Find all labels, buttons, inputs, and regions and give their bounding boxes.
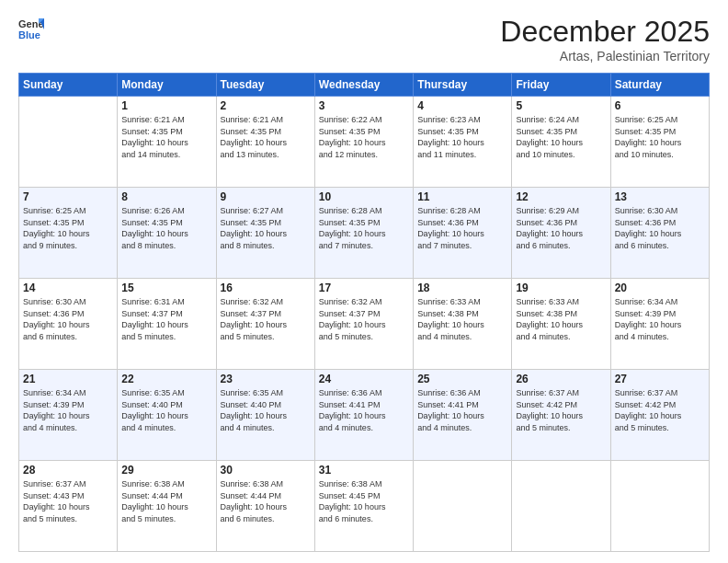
table-cell: 4Sunrise: 6:23 AM Sunset: 4:35 PM Daylig…: [414, 97, 512, 188]
day-number: 9: [221, 190, 311, 203]
day-number: 22: [121, 373, 211, 385]
day-number: 13: [615, 190, 705, 203]
day-info: Sunrise: 6:24 AM Sunset: 4:35 PM Dayligh…: [516, 114, 606, 160]
week-row-2: 7Sunrise: 6:25 AM Sunset: 4:35 PM Daylig…: [19, 188, 710, 279]
subtitle: Artas, Palestinian Territory: [500, 49, 710, 63]
day-number: 12: [516, 190, 606, 203]
table-cell: 24Sunrise: 6:36 AM Sunset: 4:41 PM Dayli…: [314, 370, 413, 461]
day-info: Sunrise: 6:37 AM Sunset: 4:42 PM Dayligh…: [516, 387, 606, 433]
day-info: Sunrise: 6:28 AM Sunset: 4:35 PM Dayligh…: [319, 205, 409, 251]
day-info: Sunrise: 6:29 AM Sunset: 4:36 PM Dayligh…: [516, 205, 606, 251]
day-info: Sunrise: 6:32 AM Sunset: 4:37 PM Dayligh…: [221, 296, 311, 342]
day-number: 10: [319, 190, 409, 203]
week-row-3: 14Sunrise: 6:30 AM Sunset: 4:36 PM Dayli…: [19, 279, 710, 370]
day-number: 20: [615, 282, 705, 294]
day-number: 23: [221, 373, 311, 385]
logo: General Blue: [18, 15, 48, 40]
table-cell: 28Sunrise: 6:37 AM Sunset: 4:43 PM Dayli…: [19, 461, 118, 552]
day-info: Sunrise: 6:38 AM Sunset: 4:44 PM Dayligh…: [221, 478, 311, 524]
table-cell: 14Sunrise: 6:30 AM Sunset: 4:36 PM Dayli…: [19, 279, 118, 370]
day-number: 18: [417, 282, 507, 294]
svg-text:Blue: Blue: [18, 29, 40, 40]
table-cell: 20Sunrise: 6:34 AM Sunset: 4:39 PM Dayli…: [610, 279, 709, 370]
table-cell: [610, 461, 709, 552]
logo-icon: General Blue: [18, 15, 44, 40]
day-info: Sunrise: 6:26 AM Sunset: 4:35 PM Dayligh…: [121, 205, 211, 251]
day-number: 21: [23, 373, 113, 385]
day-number: 4: [417, 99, 507, 112]
table-cell: 31Sunrise: 6:38 AM Sunset: 4:45 PM Dayli…: [314, 461, 413, 552]
header-wednesday: Wednesday: [314, 74, 413, 97]
table-cell: [512, 461, 610, 552]
day-info: Sunrise: 6:27 AM Sunset: 4:35 PM Dayligh…: [221, 205, 311, 251]
day-info: Sunrise: 6:36 AM Sunset: 4:41 PM Dayligh…: [319, 387, 409, 433]
day-info: Sunrise: 6:28 AM Sunset: 4:36 PM Dayligh…: [417, 205, 507, 251]
calendar-table: Sunday Monday Tuesday Wednesday Thursday…: [18, 73, 710, 552]
day-number: 8: [121, 190, 211, 203]
header: General Blue December 2025 Artas, Palest…: [18, 15, 710, 63]
table-cell: 10Sunrise: 6:28 AM Sunset: 4:35 PM Dayli…: [314, 188, 413, 279]
day-number: 15: [121, 282, 211, 294]
day-info: Sunrise: 6:33 AM Sunset: 4:38 PM Dayligh…: [516, 296, 606, 342]
table-cell: 27Sunrise: 6:37 AM Sunset: 4:42 PM Dayli…: [610, 370, 709, 461]
day-info: Sunrise: 6:34 AM Sunset: 4:39 PM Dayligh…: [615, 296, 705, 342]
day-number: 25: [417, 373, 507, 385]
day-number: 29: [121, 464, 211, 477]
header-friday: Friday: [512, 74, 610, 97]
table-cell: 1Sunrise: 6:21 AM Sunset: 4:35 PM Daylig…: [118, 97, 216, 188]
day-number: 5: [516, 99, 606, 112]
header-tuesday: Tuesday: [216, 74, 314, 97]
table-cell: 5Sunrise: 6:24 AM Sunset: 4:35 PM Daylig…: [512, 97, 610, 188]
day-number: 31: [319, 464, 409, 477]
day-number: 28: [23, 464, 113, 477]
day-info: Sunrise: 6:35 AM Sunset: 4:40 PM Dayligh…: [221, 387, 311, 433]
day-info: Sunrise: 6:37 AM Sunset: 4:42 PM Dayligh…: [615, 387, 705, 433]
day-info: Sunrise: 6:30 AM Sunset: 4:36 PM Dayligh…: [615, 205, 705, 251]
day-number: 7: [23, 190, 113, 203]
table-cell: 22Sunrise: 6:35 AM Sunset: 4:40 PM Dayli…: [118, 370, 216, 461]
day-number: 3: [319, 99, 409, 112]
table-cell: 11Sunrise: 6:28 AM Sunset: 4:36 PM Dayli…: [414, 188, 512, 279]
day-info: Sunrise: 6:34 AM Sunset: 4:39 PM Dayligh…: [23, 387, 113, 433]
header-sunday: Sunday: [19, 74, 118, 97]
table-cell: 25Sunrise: 6:36 AM Sunset: 4:41 PM Dayli…: [414, 370, 512, 461]
header-thursday: Thursday: [414, 74, 512, 97]
table-cell: 29Sunrise: 6:38 AM Sunset: 4:44 PM Dayli…: [118, 461, 216, 552]
day-info: Sunrise: 6:32 AM Sunset: 4:37 PM Dayligh…: [319, 296, 409, 342]
day-number: 19: [516, 282, 606, 294]
table-cell: 19Sunrise: 6:33 AM Sunset: 4:38 PM Dayli…: [512, 279, 610, 370]
table-cell: 3Sunrise: 6:22 AM Sunset: 4:35 PM Daylig…: [314, 97, 413, 188]
day-info: Sunrise: 6:31 AM Sunset: 4:37 PM Dayligh…: [121, 296, 211, 342]
day-info: Sunrise: 6:37 AM Sunset: 4:43 PM Dayligh…: [23, 478, 113, 524]
table-cell: 12Sunrise: 6:29 AM Sunset: 4:36 PM Dayli…: [512, 188, 610, 279]
table-cell: 7Sunrise: 6:25 AM Sunset: 4:35 PM Daylig…: [19, 188, 118, 279]
week-row-1: 1Sunrise: 6:21 AM Sunset: 4:35 PM Daylig…: [19, 97, 710, 188]
day-info: Sunrise: 6:36 AM Sunset: 4:41 PM Dayligh…: [417, 387, 507, 433]
header-row: Sunday Monday Tuesday Wednesday Thursday…: [19, 74, 710, 97]
table-cell: [19, 97, 118, 188]
table-cell: 15Sunrise: 6:31 AM Sunset: 4:37 PM Dayli…: [118, 279, 216, 370]
day-info: Sunrise: 6:35 AM Sunset: 4:40 PM Dayligh…: [121, 387, 211, 433]
header-saturday: Saturday: [610, 74, 709, 97]
week-row-5: 28Sunrise: 6:37 AM Sunset: 4:43 PM Dayli…: [19, 461, 710, 552]
day-info: Sunrise: 6:21 AM Sunset: 4:35 PM Dayligh…: [121, 114, 211, 160]
table-cell: 18Sunrise: 6:33 AM Sunset: 4:38 PM Dayli…: [414, 279, 512, 370]
day-info: Sunrise: 6:21 AM Sunset: 4:35 PM Dayligh…: [221, 114, 311, 160]
table-cell: 17Sunrise: 6:32 AM Sunset: 4:37 PM Dayli…: [314, 279, 413, 370]
day-number: 14: [23, 282, 113, 294]
table-cell: 16Sunrise: 6:32 AM Sunset: 4:37 PM Dayli…: [216, 279, 314, 370]
table-cell: 26Sunrise: 6:37 AM Sunset: 4:42 PM Dayli…: [512, 370, 610, 461]
day-number: 16: [221, 282, 311, 294]
day-info: Sunrise: 6:30 AM Sunset: 4:36 PM Dayligh…: [23, 296, 113, 342]
table-cell: [414, 461, 512, 552]
day-number: 17: [319, 282, 409, 294]
table-cell: 21Sunrise: 6:34 AM Sunset: 4:39 PM Dayli…: [19, 370, 118, 461]
day-number: 11: [417, 190, 507, 203]
day-info: Sunrise: 6:22 AM Sunset: 4:35 PM Dayligh…: [319, 114, 409, 160]
day-number: 27: [615, 373, 705, 385]
title-block: December 2025 Artas, Palestinian Territo…: [500, 15, 710, 63]
day-info: Sunrise: 6:33 AM Sunset: 4:38 PM Dayligh…: [417, 296, 507, 342]
page: General Blue December 2025 Artas, Palest…: [0, 0, 728, 563]
day-number: 30: [221, 464, 311, 477]
table-cell: 2Sunrise: 6:21 AM Sunset: 4:35 PM Daylig…: [216, 97, 314, 188]
